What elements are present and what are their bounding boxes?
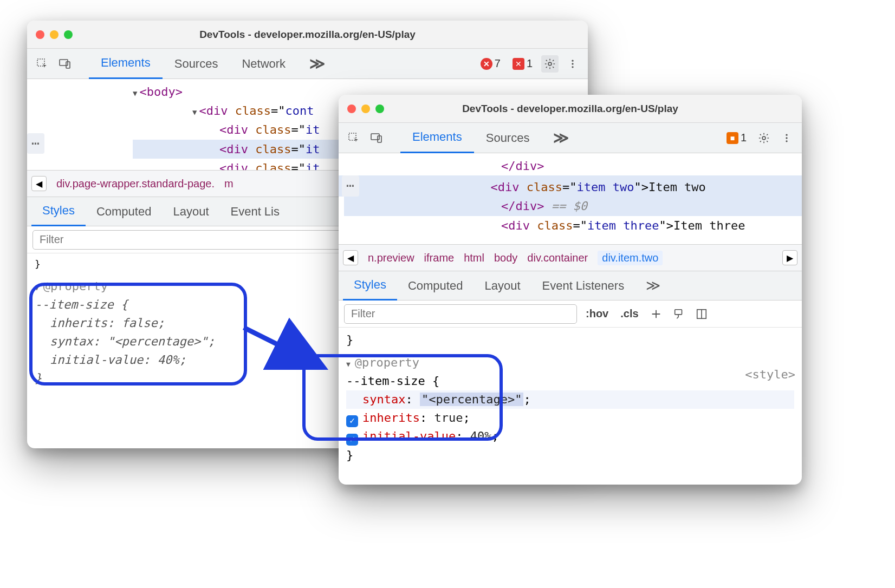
svg-point-13 [786, 140, 787, 142]
subtab-layout[interactable]: Layout [474, 271, 531, 300]
subtab-styles[interactable]: Styles [31, 197, 86, 226]
issue-icon: ✕ [513, 58, 524, 70]
kebab-menu-icon[interactable] [778, 129, 795, 147]
breadcrumb-item-active[interactable]: div.item.two [598, 251, 663, 265]
minimize-icon[interactable] [50, 30, 59, 39]
window-title: DevTools - developer.mozilla.org/en-US/p… [27, 29, 588, 41]
css-rule: --item-size { [346, 372, 794, 390]
breadcrumb-item[interactable]: html [464, 252, 484, 264]
panel-tabs: Elements Sources ≫ [400, 123, 581, 153]
subtab-event-listeners[interactable]: Event Lis [220, 197, 291, 226]
styles-subtabs: Styles Computed Layout Event Listeners ≫ [339, 271, 802, 300]
minimize-icon[interactable] [361, 104, 370, 113]
breadcrumb-prev-icon[interactable]: ◀ [31, 176, 47, 191]
tab-sources[interactable]: Sources [474, 123, 542, 153]
tab-sources[interactable]: Sources [163, 49, 230, 79]
dom-tree[interactable]: </div> ⋯<div class="item two">Item two <… [339, 153, 802, 244]
kebab-menu-icon[interactable] [564, 55, 581, 73]
subtab-styles[interactable]: Styles [343, 271, 397, 300]
svg-point-4 [572, 60, 573, 61]
devtools-toolbar: Elements Sources ≫ ■ 1 [339, 123, 802, 153]
svg-point-6 [572, 66, 573, 68]
devtools-window-front: DevTools - developer.mozilla.org/en-US/p… [339, 95, 802, 485]
maximize-icon[interactable] [64, 30, 73, 39]
breadcrumb-item[interactable]: n.preview [368, 252, 414, 264]
subtab-computed[interactable]: Computed [86, 197, 163, 226]
annotation-arrow-icon [238, 317, 336, 382]
filter-input[interactable] [344, 304, 577, 324]
style-source-link[interactable]: <style> [745, 365, 795, 384]
subtab-layout[interactable]: Layout [162, 197, 219, 226]
settings-icon[interactable] [541, 55, 559, 73]
issue-icon: ■ [727, 132, 738, 144]
error-icon: ✕ [481, 58, 492, 70]
checkbox-icon[interactable]: ✓ [346, 434, 358, 446]
more-tabs-icon[interactable]: ≫ [297, 49, 337, 79]
filter-row: :hov .cls [339, 300, 802, 328]
more-tabs-icon[interactable]: ≫ [541, 123, 581, 153]
traffic-lights [36, 30, 73, 39]
ellipsis-icon[interactable]: ⋯ [27, 133, 44, 154]
device-toggle-icon[interactable] [368, 129, 385, 147]
svg-point-12 [786, 137, 787, 139]
breadcrumb-item[interactable]: iframe [424, 252, 455, 264]
svg-rect-14 [675, 309, 682, 314]
inspect-element-icon[interactable] [34, 55, 51, 73]
breadcrumb-item[interactable]: body [494, 252, 517, 264]
breadcrumb-next-icon[interactable]: ▶ [782, 250, 797, 265]
svg-rect-0 [37, 59, 44, 66]
titlebar: DevTools - developer.mozilla.org/en-US/p… [339, 95, 802, 123]
panel-tabs: Elements Sources Network ≫ [89, 49, 337, 79]
svg-point-3 [548, 62, 552, 66]
close-icon[interactable] [36, 30, 44, 39]
at-property-header[interactable]: @property [346, 354, 794, 372]
new-style-rule-icon[interactable] [647, 305, 665, 323]
paint-icon[interactable] [670, 305, 688, 323]
breadcrumb-item[interactable]: m [224, 178, 234, 190]
breadcrumb-item[interactable]: div.container [527, 252, 588, 264]
checkbox-icon[interactable]: ✓ [346, 415, 358, 427]
issues-badge[interactable]: ■ 1 [727, 132, 747, 144]
devtools-toolbar: Elements Sources Network ≫ ✕ 7 ✕ 1 [27, 49, 588, 79]
tab-network[interactable]: Network [230, 49, 297, 79]
settings-icon[interactable] [755, 129, 773, 147]
close-icon[interactable] [347, 104, 356, 113]
subtab-event-listeners[interactable]: Event Listeners [531, 271, 635, 300]
titlebar: DevTools - developer.mozilla.org/en-US/p… [27, 21, 588, 49]
errors-badge[interactable]: ✕ 7 [481, 57, 501, 70]
cls-toggle[interactable]: .cls [617, 308, 641, 320]
computed-toggle-icon[interactable] [693, 305, 710, 323]
inspect-element-icon[interactable] [345, 129, 362, 147]
more-subtabs-icon[interactable]: ≫ [635, 271, 671, 300]
window-title: DevTools - developer.mozilla.org/en-US/p… [339, 103, 802, 115]
ellipsis-icon[interactable]: ⋯ [342, 175, 359, 196]
breadcrumb-item[interactable]: div.page-wrapper.standard-page. [56, 178, 215, 190]
breadcrumb-prev-icon[interactable]: ◀ [343, 250, 358, 265]
issues-badge[interactable]: ✕ 1 [513, 57, 533, 70]
svg-point-10 [762, 136, 766, 140]
tab-elements[interactable]: Elements [89, 49, 163, 79]
svg-point-11 [786, 134, 787, 135]
svg-point-5 [572, 63, 573, 64]
traffic-lights [347, 104, 384, 113]
tab-elements[interactable]: Elements [400, 123, 474, 153]
device-toggle-icon[interactable] [56, 55, 74, 73]
styles-panel[interactable]: } @property <style> --item-size { syntax… [339, 328, 802, 472]
svg-rect-7 [349, 133, 356, 140]
maximize-icon[interactable] [375, 104, 384, 113]
breadcrumbs: ◀ n.preview iframe html body div.contain… [339, 244, 802, 271]
hov-toggle[interactable]: :hov [582, 308, 612, 320]
subtab-computed[interactable]: Computed [397, 271, 474, 300]
